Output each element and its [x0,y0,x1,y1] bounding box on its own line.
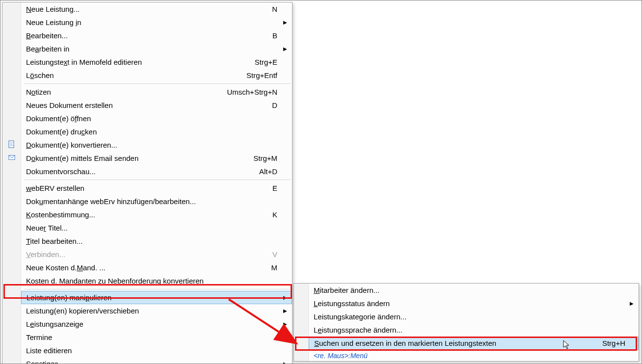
menu-item-label: Leistung(en) manipulieren [27,293,111,302]
menu-icon-slot [2,331,21,344]
menu-separator [2,287,292,291]
context-menu-sub: Mitarbeiter ändern...Leistungsstatus änd… [294,283,639,362]
submenu-arrow-icon: ▶ [630,297,639,310]
menu-item-shortcut: B [272,29,292,42]
menu-item-label: Neues Dokument erstellen [26,101,113,109]
menu-item-shortcut: D [272,99,292,112]
submenu-arrow-icon: ▶ [283,42,292,55]
menu-icon-slot [2,291,21,304]
menu-item[interactable]: Dokument(e) drucken [2,125,292,138]
menu-icon-slot [2,152,21,165]
menu-footer-text: <re. Maus>:Menü [309,350,639,361]
menu-icon-slot [2,274,21,287]
menu-item[interactable]: Verbinden...V [2,248,292,261]
menu-item[interactable]: Leistungskategorie ändern... [294,310,639,323]
menu-item[interactable]: Leistung(en) kopieren/verschieben▶ [2,304,292,317]
menu-item[interactable]: Dokument(e) mittels Email sendenStrg+M [2,152,292,165]
context-menu-main: Neue Leistung...NNeue Leistung in▶Bearbe… [2,2,293,364]
menu-icon-slot [2,357,21,364]
submenu-arrow-icon: ▶ [283,357,292,364]
menu-icon-slot [2,2,21,16]
menu-item-label: Neue Leistung in [26,18,81,26]
menu-item[interactable]: Neuer Titel... [2,221,292,234]
menu-item[interactable]: webERV erstellenE [2,182,292,195]
menu-item[interactable]: Kosten d. Mandanten zu Nebenforderung ko… [2,274,292,287]
menu-icon-slot [294,297,309,310]
menu-item[interactable]: NotizenUmsch+Strg+N [2,85,292,99]
menu-icon-slot [2,125,21,138]
menu-item-shortcut: Alt+D [259,165,292,178]
menu-item[interactable]: Neue Leistung in▶ [2,16,292,29]
menu-item[interactable]: Bearbeiten...B [2,29,292,42]
menu-item[interactable]: Mitarbeiter ändern... [294,284,639,297]
menu-item-label: Kosten d. Mandanten zu Nebenforderung ko… [26,277,204,285]
menu-item[interactable]: LöschenStrg+Entf [2,69,292,82]
menu-item[interactable]: Liste editieren [2,344,292,357]
menu-icon-slot [2,234,21,248]
menu-icon-slot [2,195,21,208]
menu-icon-slot [2,138,21,152]
submenu-arrow-icon: ▶ [283,304,292,317]
menu-item[interactable]: Titel bearbeiten... [2,234,292,248]
menu-icon-slot [2,112,21,125]
menu-item-label: Mitarbeiter ändern... [314,286,379,294]
menu-item[interactable]: Bearbeiten in▶ [2,42,292,55]
menu-item-shortcut: M [271,261,293,274]
menu-item-label: Suchen und ersetzen in den markierten Le… [314,339,496,347]
menu-separator [2,82,292,85]
menu-icon-slot [2,344,21,357]
menu-item[interactable]: Dokument(e) konvertieren... [2,138,292,152]
menu-item[interactable]: Neues Dokument erstellenD [2,99,292,112]
mail-icon [8,154,15,163]
menu-item-shortcut: Umsch+Strg+N [227,85,292,99]
menu-item[interactable]: Leistungsstatus ändern▶ [294,297,639,310]
menu-icon-slot [2,248,21,261]
menu-item[interactable]: Neue Kosten d.Mand. ...M [2,261,292,274]
menu-icon-slot [294,323,309,337]
menu-item[interactable]: Leistungstext in Memofeld editierenStrg+… [2,55,292,69]
menu-item-label: Dokument(e) drucken [26,128,97,136]
menu-item[interactable]: Leistungsanzeige▶ [2,317,292,331]
menu-item-label: webERV erstellen [26,184,84,192]
menu-item-shortcut: K [272,208,292,221]
menu-item-label: Dokumentvorschau... [26,167,96,176]
menu-item[interactable]: Leistung(en) manipulieren▶ [2,291,292,304]
menu-icon-slot [2,99,21,112]
menu-item[interactable]: Termine▶ [2,331,292,344]
menu-item-label: Termine [26,333,52,341]
menu-item-label: Neue Leistung... [26,5,80,13]
menu-item-shortcut: E [272,182,292,195]
menu-item-label: Leistungstext in Memofeld editieren [26,58,142,66]
menu-icon-slot [2,85,21,99]
menu-icon-slot [2,221,21,234]
menu-icon-slot [2,42,21,55]
menu-item[interactable]: Neue Leistung...N [2,2,292,16]
menu-icon-slot [2,69,21,82]
menu-footer: <re. Maus>:Menü [294,350,639,361]
submenu-arrow-icon: ▶ [283,291,292,304]
menu-item[interactable]: Suchen und ersetzen in den markierten Le… [294,337,639,350]
menu-item-label: Liste editieren [26,346,72,355]
menu-icon-slot [2,16,21,29]
menu-icon-slot [2,55,21,69]
menu-item-label: Neue Kosten d.Mand. ... [26,263,106,272]
menu-item[interactable]: Leistungssprache ändern... [294,323,639,337]
menu-item-label: Leistungskategorie ändern... [314,312,406,321]
menu-item-label: Leistungssprache ändern... [314,326,402,334]
menu-item-label: Sonstiges [26,360,58,364]
menu-item[interactable]: Kostenbestimmung...K [2,208,292,221]
menu-item[interactable]: Dokumentvorschau...Alt+D [2,165,292,178]
menu-item-shortcut: Strg+Entf [246,69,292,82]
menu-item-shortcut: Strg+E [255,55,292,69]
menu-item-label: Dokument(e) mittels Email senden [26,154,138,162]
menu-item[interactable]: Dokumentanhänge webErv hinzufügen/bearbe… [2,195,292,208]
menu-icon-slot [2,29,21,42]
menu-item-label: Titel bearbeiten... [26,237,82,245]
menu-item[interactable]: Sonstiges▶ [2,357,292,364]
menu-item-label: Leistungsanzeige [26,320,83,328]
menu-icon-slot [2,165,21,178]
menu-item-label: Notizen [26,88,51,96]
menu-icon-slot [294,337,309,350]
menu-icon-slot [2,182,21,195]
menu-item[interactable]: Dokument(e) öffnen [2,112,292,125]
